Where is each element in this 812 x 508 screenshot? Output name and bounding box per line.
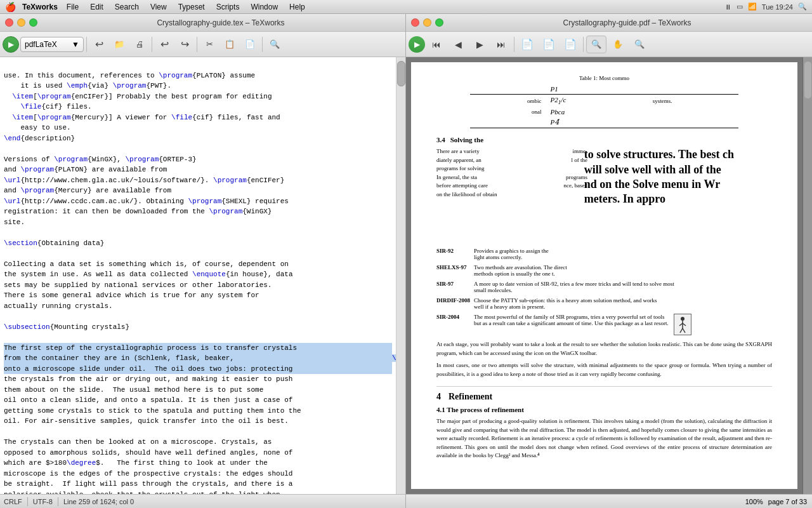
pdf-first-btn[interactable]: ⏮ [426, 36, 447, 53]
pdf-page-info: page 7 of 33 [768, 498, 807, 505]
section-body-text: There are a variety imme- diately appare… [436, 147, 587, 199]
section-4-number: 4 [436, 392, 441, 402]
sir2004-label: SIR-2004 [436, 314, 471, 335]
pdf-status-bar: 100% page 7 of 33 [406, 494, 812, 508]
app-name[interactable]: TeXworks [22, 3, 58, 11]
menu-file[interactable]: File [62, 3, 84, 11]
undo2-button[interactable]: ↩ [155, 36, 174, 53]
sir2004-content: The most powerful of the family of SIR p… [474, 314, 691, 335]
pdf-page-content[interactable]: Table 1: Most commo P1 ombic P [411, 62, 797, 489]
pdf-title: Crystallography-guide.pdf – TeXworks [447, 18, 807, 27]
pdf-panel: Crystallography-guide.pdf – TeXworks ▶ ⏮… [406, 14, 812, 508]
menu-view[interactable]: View [145, 3, 172, 11]
status-sep-2 [58, 497, 58, 506]
pdf-zoom: 100% [745, 498, 763, 505]
table-row: P4̄ [470, 117, 738, 128]
table-row: ombic P21/c systems. [470, 95, 738, 107]
editor-scrollbar[interactable] [396, 57, 405, 494]
fullscreen-button[interactable] [29, 18, 37, 27]
section-4-title: Refinement [449, 392, 492, 402]
large-overlay-text: to solve structures. The best ch will so… [584, 147, 772, 207]
engine-dropdown[interactable]: pdfLaTeX ▼ [20, 37, 84, 52]
section-34-header: 3.4 Solving the [436, 136, 772, 144]
editor-title: Crystallography-guide.tex – TeXworks [41, 18, 400, 27]
copy-button[interactable]: 📋 [220, 36, 239, 53]
pdf-scrollbar-thumb[interactable] [804, 61, 812, 99]
svg-point-0 [681, 317, 684, 321]
cut-button[interactable]: ✂ [200, 36, 219, 53]
pdf-page2-btn[interactable]: 📄 [539, 36, 559, 53]
table-cell-ombic: ombic [470, 95, 547, 107]
pdf-synctex-btn[interactable]: 🔍 [629, 36, 650, 53]
search-button[interactable]: 🔍 [265, 36, 284, 53]
sir2004-entry: SIR-2004 The most powerful of the family… [436, 314, 772, 335]
pdf-minimize-button[interactable] [423, 18, 431, 27]
pdf-run-button[interactable]: ▶ [409, 36, 425, 53]
menu-help[interactable]: Help [284, 3, 310, 11]
menu-scripts[interactable]: Scripts [211, 3, 245, 11]
svg-line-4 [680, 328, 683, 333]
menubar-right: ⏸ ▭ 📶 Tue 19:24 🔍 [724, 3, 807, 11]
table-cell-p1: P1 [547, 84, 624, 95]
section-4-header: 4 Refinement [436, 386, 772, 402]
redo-button[interactable]: ↪ [175, 36, 194, 53]
table-cell [649, 117, 738, 128]
sir97-entry: SIR-97 A more up to date version of SIR-… [436, 281, 772, 293]
apple-menu[interactable]: 🍎 [5, 2, 16, 12]
paste-button[interactable]: 📄 [240, 36, 259, 53]
menu-search[interactable]: Search [110, 3, 144, 11]
dirdif2008-text: Choose the PATTY sub-option: this is a h… [474, 297, 657, 310]
search-icon[interactable]: 🔍 [798, 3, 807, 11]
editor-text[interactable]: use. In this document, references to \pr… [0, 57, 396, 494]
table-cell [624, 84, 649, 95]
menu-window[interactable]: Window [246, 3, 283, 11]
print-button[interactable]: 🖨 [130, 36, 149, 53]
clock: Tue 19:24 [762, 3, 793, 11]
pdf-fullscreen-button[interactable] [435, 18, 443, 27]
pdf-page: Table 1: Most commo P1 ombic P [411, 62, 797, 489]
undo-button[interactable]: ↩ [89, 36, 108, 53]
pdf-page1-btn[interactable]: 📄 [517, 36, 537, 53]
pdf-last-btn[interactable]: ⏭ [491, 36, 511, 53]
pdf-hand-btn[interactable]: ✋ [608, 36, 628, 53]
sir92-label: SIR-92 [436, 248, 471, 260]
dirdif2008-entry: DIRDIF-2008 Choose the PATTY sub-option:… [436, 297, 772, 310]
pdf-close-button[interactable] [411, 18, 419, 27]
para1: At each stage, you will probably want to… [436, 340, 772, 358]
table-cell [624, 107, 649, 117]
editor-area: use. In this document, references to \pr… [0, 57, 405, 494]
sir92-entry: SIR-92 Provides a graphics to assign the… [436, 248, 772, 260]
pdf-prev-btn[interactable]: ◀ [448, 36, 468, 53]
toolbar-sep-1 [86, 37, 87, 52]
sir97-label: SIR-97 [436, 281, 471, 293]
status-sep-1 [27, 497, 28, 506]
menu-edit[interactable]: Edit [85, 3, 108, 11]
dirdif2008-label: DIRDIF-2008 [436, 297, 471, 310]
table-cell [624, 95, 649, 107]
scrollbar-thumb[interactable] [397, 61, 405, 86]
toolbar-sep-2 [152, 37, 152, 52]
menu-typeset[interactable]: Typeset [173, 3, 210, 11]
open-button[interactable]: 📁 [110, 36, 129, 53]
table-row: onal Pbca [470, 107, 738, 117]
table-header-row: P1 [470, 84, 738, 95]
solving-section: There are a variety imme- diately appare… [436, 147, 772, 243]
minimize-button[interactable] [17, 18, 25, 27]
menubar: 🍎 TeXworks File Edit Search View Typeset… [0, 0, 812, 14]
sir92-text: Provides a graphics to assign thelight a… [474, 248, 549, 260]
close-button[interactable] [5, 18, 13, 27]
pdf-table-section: Table 1: Most commo P1 ombic P [436, 75, 772, 128]
shelxs97-text: Two methods are avasolution. The directm… [474, 264, 567, 277]
section-34-label: 3.4 [436, 136, 445, 144]
charset: UTF-8 [33, 498, 53, 505]
line-ending: CRLF [4, 498, 22, 505]
pdf-scrollbar[interactable] [802, 57, 812, 494]
pdf-page3-btn[interactable]: 📄 [560, 36, 580, 53]
table-cell [649, 107, 738, 117]
pdf-next-btn[interactable]: ▶ [469, 36, 490, 53]
toolbar-sep-4 [262, 37, 263, 52]
run-button[interactable]: ▶ [3, 36, 19, 53]
pdf-zoom-btn[interactable]: 🔍 [586, 36, 606, 53]
pdf-table: P1 ombic P21/c systems. o [470, 84, 738, 128]
table-cell-p21c: P21/c [547, 95, 624, 107]
